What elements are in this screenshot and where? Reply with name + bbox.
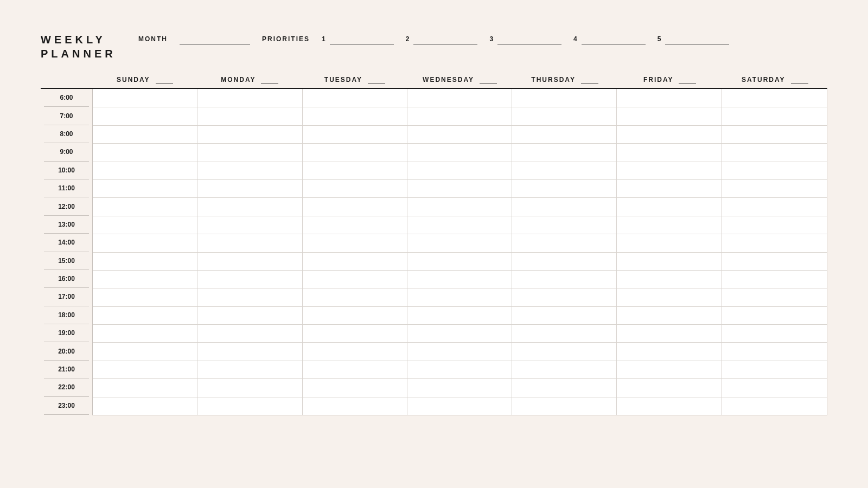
schedule-cell[interactable] bbox=[93, 397, 197, 415]
schedule-cell[interactable] bbox=[722, 89, 827, 107]
schedule-cell[interactable] bbox=[722, 107, 827, 125]
schedule-cell[interactable] bbox=[407, 162, 512, 179]
schedule-cell[interactable] bbox=[617, 342, 722, 360]
schedule-cell[interactable] bbox=[93, 216, 197, 234]
schedule-cell[interactable] bbox=[617, 361, 722, 378]
schedule-cell[interactable] bbox=[197, 252, 302, 270]
day-date-input[interactable] bbox=[581, 76, 598, 84]
schedule-cell[interactable] bbox=[617, 125, 722, 143]
schedule-cell[interactable] bbox=[512, 179, 617, 197]
schedule-cell[interactable] bbox=[197, 143, 302, 161]
schedule-cell[interactable] bbox=[617, 270, 722, 288]
schedule-cell[interactable] bbox=[303, 162, 407, 179]
schedule-cell[interactable] bbox=[197, 324, 302, 342]
schedule-cell[interactable] bbox=[512, 162, 617, 179]
schedule-cell[interactable] bbox=[617, 252, 722, 270]
schedule-cell[interactable] bbox=[722, 397, 827, 415]
schedule-cell[interactable] bbox=[93, 306, 197, 324]
schedule-cell[interactable] bbox=[93, 234, 197, 252]
schedule-cell[interactable] bbox=[197, 270, 302, 288]
schedule-cell[interactable] bbox=[722, 179, 827, 197]
schedule-cell[interactable] bbox=[407, 234, 512, 252]
schedule-cell[interactable] bbox=[93, 125, 197, 143]
schedule-cell[interactable] bbox=[407, 270, 512, 288]
schedule-cell[interactable] bbox=[93, 107, 197, 125]
schedule-cell[interactable] bbox=[407, 252, 512, 270]
priority-2-input[interactable] bbox=[413, 34, 477, 44]
schedule-cell[interactable] bbox=[512, 270, 617, 288]
schedule-cell[interactable] bbox=[617, 288, 722, 306]
schedule-cell[interactable] bbox=[617, 107, 722, 125]
schedule-cell[interactable] bbox=[512, 306, 617, 324]
schedule-cell[interactable] bbox=[93, 324, 197, 342]
schedule-cell[interactable] bbox=[512, 216, 617, 234]
schedule-cell[interactable] bbox=[617, 143, 722, 161]
priority-3-input[interactable] bbox=[497, 34, 561, 44]
schedule-cell[interactable] bbox=[303, 306, 407, 324]
schedule-cell[interactable] bbox=[93, 378, 197, 396]
schedule-cell[interactable] bbox=[93, 361, 197, 378]
schedule-cell[interactable] bbox=[512, 342, 617, 360]
schedule-cell[interactable] bbox=[197, 378, 302, 396]
schedule-cell[interactable] bbox=[303, 252, 407, 270]
schedule-cell[interactable] bbox=[197, 306, 302, 324]
schedule-cell[interactable] bbox=[407, 324, 512, 342]
schedule-cell[interactable] bbox=[407, 107, 512, 125]
schedule-cell[interactable] bbox=[722, 270, 827, 288]
schedule-cell[interactable] bbox=[93, 179, 197, 197]
schedule-cell[interactable] bbox=[722, 378, 827, 396]
schedule-cell[interactable] bbox=[407, 197, 512, 215]
schedule-cell[interactable] bbox=[722, 324, 827, 342]
schedule-cell[interactable] bbox=[303, 324, 407, 342]
schedule-cell[interactable] bbox=[617, 179, 722, 197]
schedule-cell[interactable] bbox=[512, 89, 617, 107]
schedule-cell[interactable] bbox=[303, 361, 407, 378]
schedule-cell[interactable] bbox=[197, 179, 302, 197]
priority-5-input[interactable] bbox=[665, 34, 729, 44]
schedule-cell[interactable] bbox=[617, 89, 722, 107]
priority-4-input[interactable] bbox=[582, 34, 646, 44]
schedule-cell[interactable] bbox=[197, 197, 302, 215]
schedule-cell[interactable] bbox=[512, 288, 617, 306]
schedule-cell[interactable] bbox=[407, 342, 512, 360]
schedule-cell[interactable] bbox=[93, 143, 197, 161]
schedule-cell[interactable] bbox=[407, 306, 512, 324]
schedule-cell[interactable] bbox=[197, 361, 302, 378]
schedule-cell[interactable] bbox=[197, 397, 302, 415]
schedule-cell[interactable] bbox=[407, 288, 512, 306]
schedule-cell[interactable] bbox=[197, 125, 302, 143]
schedule-cell[interactable] bbox=[93, 270, 197, 288]
day-date-input[interactable] bbox=[791, 76, 808, 84]
schedule-cell[interactable] bbox=[303, 288, 407, 306]
schedule-cell[interactable] bbox=[512, 378, 617, 396]
schedule-cell[interactable] bbox=[303, 378, 407, 396]
schedule-cell[interactable] bbox=[512, 324, 617, 342]
schedule-cell[interactable] bbox=[93, 342, 197, 360]
schedule-cell[interactable] bbox=[303, 342, 407, 360]
schedule-cell[interactable] bbox=[303, 125, 407, 143]
schedule-cell[interactable] bbox=[722, 143, 827, 161]
schedule-cell[interactable] bbox=[407, 397, 512, 415]
schedule-cell[interactable] bbox=[407, 89, 512, 107]
schedule-cell[interactable] bbox=[722, 252, 827, 270]
month-input[interactable] bbox=[180, 34, 250, 44]
schedule-cell[interactable] bbox=[722, 234, 827, 252]
schedule-cell[interactable] bbox=[197, 234, 302, 252]
schedule-cell[interactable] bbox=[303, 397, 407, 415]
schedule-cell[interactable] bbox=[512, 397, 617, 415]
schedule-cell[interactable] bbox=[407, 179, 512, 197]
schedule-cell[interactable] bbox=[303, 216, 407, 234]
schedule-cell[interactable] bbox=[197, 89, 302, 107]
schedule-cell[interactable] bbox=[407, 125, 512, 143]
schedule-cell[interactable] bbox=[722, 288, 827, 306]
schedule-cell[interactable] bbox=[93, 162, 197, 179]
schedule-cell[interactable] bbox=[93, 197, 197, 215]
schedule-cell[interactable] bbox=[722, 162, 827, 179]
day-date-input[interactable] bbox=[368, 76, 385, 84]
day-date-input[interactable] bbox=[679, 76, 696, 84]
schedule-cell[interactable] bbox=[617, 324, 722, 342]
schedule-cell[interactable] bbox=[303, 143, 407, 161]
schedule-cell[interactable] bbox=[93, 252, 197, 270]
schedule-cell[interactable] bbox=[303, 107, 407, 125]
schedule-cell[interactable] bbox=[512, 361, 617, 378]
